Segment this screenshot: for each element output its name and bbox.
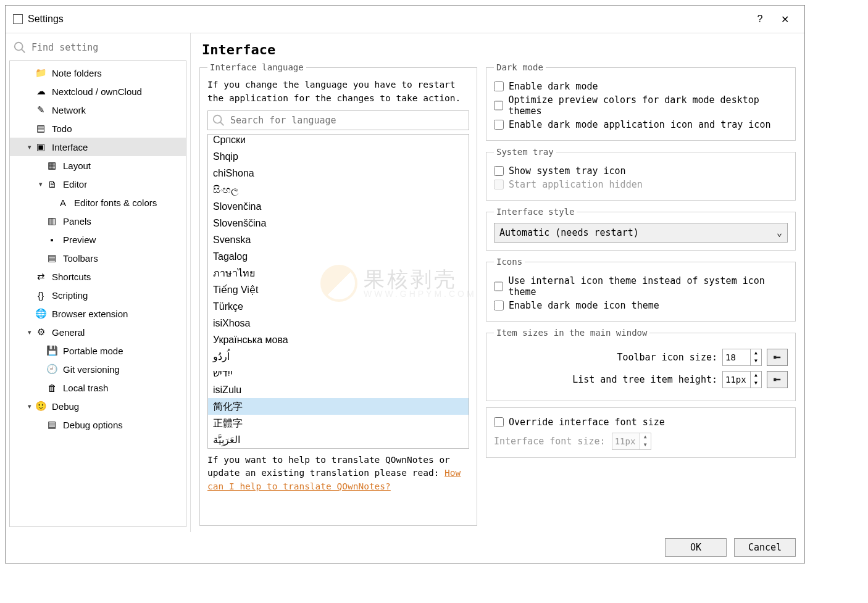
language-option[interactable]: العَرَبِيَّة bbox=[208, 431, 469, 448]
tree-item-label: Note folders bbox=[52, 68, 102, 78]
tree-item-label: Editor fonts & colors bbox=[74, 198, 157, 208]
icons-legend: Icons bbox=[494, 257, 525, 267]
language-option[interactable]: chiShona bbox=[208, 165, 469, 181]
list-height-spinner[interactable]: ▲▼ bbox=[722, 371, 762, 388]
tree-item-portable-mode[interactable]: 💾Portable mode bbox=[10, 341, 186, 360]
svg-rect-4 bbox=[774, 356, 775, 359]
language-option[interactable]: isiXhosa bbox=[208, 315, 469, 331]
language-option[interactable]: ייִדיש bbox=[208, 365, 469, 381]
interface-style-select[interactable]: Automatic (needs restart) ⌄ bbox=[494, 223, 788, 243]
list-height-reset[interactable] bbox=[767, 371, 788, 388]
tree-item-label: Nextcloud / ownCloud bbox=[52, 86, 142, 97]
portable-icon: 💾 bbox=[46, 345, 58, 356]
page-title: Interface bbox=[202, 42, 796, 57]
show-tray-checkbox[interactable] bbox=[494, 166, 504, 176]
language-option[interactable]: Tagalog bbox=[208, 248, 469, 265]
tree-item-browser-extension[interactable]: 🌐Browser extension bbox=[10, 304, 186, 323]
font-icon: A bbox=[57, 198, 69, 208]
settings-tree[interactable]: 📁Note folders☁Nextcloud / ownCloud✎Netwo… bbox=[9, 60, 186, 527]
optimize-preview-checkbox[interactable] bbox=[494, 101, 503, 110]
tree-item-label: Toolbars bbox=[63, 253, 98, 264]
language-option[interactable]: Tiếng Việt bbox=[208, 281, 469, 298]
svg-point-2 bbox=[214, 115, 222, 123]
list-height-label: List and tree item height: bbox=[494, 374, 717, 385]
language-option[interactable]: ภาษาไทย bbox=[208, 265, 469, 281]
language-option[interactable]: Українська мова bbox=[208, 331, 469, 348]
tree-item-label: Panels bbox=[63, 216, 91, 227]
toolbar-size-spinner[interactable]: ▲▼ bbox=[722, 349, 762, 366]
tray-legend: System tray bbox=[494, 147, 556, 157]
search-icon bbox=[212, 114, 225, 127]
tree-item-debug[interactable]: ▾🙂Debug bbox=[10, 397, 186, 415]
tree-item-label: Browser extension bbox=[52, 309, 128, 319]
caret-icon: ▾ bbox=[25, 143, 35, 151]
toolbar-size-reset[interactable] bbox=[767, 349, 788, 366]
tree-item-network[interactable]: ✎Network bbox=[10, 101, 186, 119]
tree-item-local-trash[interactable]: 🗑Local trash bbox=[10, 378, 186, 397]
language-list[interactable]: русскийСрпскиShqipchiShonaසිංහලSlovenčin… bbox=[207, 134, 469, 449]
tree-item-todo[interactable]: ▤Todo bbox=[10, 119, 186, 138]
tree-item-layout[interactable]: ▦Layout bbox=[10, 156, 186, 175]
start-hidden-checkbox bbox=[494, 180, 504, 189]
tree-item-editor[interactable]: ▾🗎Editor bbox=[10, 175, 186, 193]
svg-line-3 bbox=[220, 122, 224, 125]
lang-legend: Interface language bbox=[207, 62, 306, 72]
language-option[interactable]: Türkçe bbox=[208, 298, 469, 315]
tree-item-toolbars[interactable]: ▤Toolbars bbox=[10, 249, 186, 267]
spin-up[interactable]: ▲ bbox=[751, 372, 761, 380]
close-button[interactable]: ✕ bbox=[772, 10, 797, 28]
help-button[interactable]: ? bbox=[748, 10, 772, 28]
list-icon: ▤ bbox=[35, 123, 47, 134]
cancel-button[interactable]: Cancel bbox=[734, 538, 796, 557]
window-icon: ▣ bbox=[35, 141, 47, 152]
language-option[interactable]: Slovenčina bbox=[208, 198, 469, 215]
shortcut-icon: ⇄ bbox=[35, 271, 47, 282]
language-option[interactable]: Shqip bbox=[208, 148, 469, 165]
tree-item-label: Layout bbox=[63, 160, 91, 171]
tree-item-scripting[interactable]: {}Scripting bbox=[10, 286, 186, 304]
spin-down[interactable]: ▼ bbox=[751, 357, 761, 365]
tree-item-preview[interactable]: ▪Preview bbox=[10, 230, 186, 249]
sizes-legend: Item sizes in the main window bbox=[494, 328, 649, 338]
tree-item-editor-fonts-colors[interactable]: AEditor fonts & colors bbox=[10, 193, 186, 212]
language-option[interactable]: Српски bbox=[208, 134, 469, 148]
language-option[interactable]: සිංහල bbox=[208, 181, 469, 198]
tree-item-shortcuts[interactable]: ⇄Shortcuts bbox=[10, 267, 186, 286]
ok-button[interactable]: OK bbox=[665, 538, 727, 557]
spin-down[interactable]: ▼ bbox=[751, 380, 761, 388]
cloud-icon: ☁ bbox=[35, 86, 47, 97]
tree-item-label: Portable mode bbox=[63, 346, 123, 356]
internal-icon-theme-checkbox[interactable] bbox=[494, 281, 503, 291]
enable-dark-mode-checkbox[interactable] bbox=[494, 81, 504, 91]
tree-item-git-versioning[interactable]: 🕘Git versioning bbox=[10, 360, 186, 378]
brush-icon: ✎ bbox=[35, 104, 47, 115]
tree-item-label: Debug options bbox=[63, 420, 123, 430]
dark-icon-checkbox[interactable] bbox=[494, 120, 504, 130]
spin-up[interactable]: ▲ bbox=[751, 349, 761, 357]
language-option[interactable]: Svenska bbox=[208, 231, 469, 248]
lang-search-input[interactable] bbox=[230, 115, 465, 126]
toolbar-size-label: Toolbar icon size: bbox=[494, 352, 717, 363]
translate-help: If you want to help to translate QOwnNot… bbox=[207, 454, 469, 494]
override-font-checkbox[interactable] bbox=[494, 417, 504, 427]
find-setting-input[interactable] bbox=[31, 42, 183, 53]
folder-icon: 📁 bbox=[35, 67, 47, 78]
tree-item-label: Preview bbox=[63, 235, 96, 245]
tree-item-note-folders[interactable]: 📁Note folders bbox=[10, 64, 186, 82]
tree-item-nextcloud-owncloud[interactable]: ☁Nextcloud / ownCloud bbox=[10, 82, 186, 101]
tree-item-interface[interactable]: ▾▣Interface bbox=[10, 138, 186, 156]
caret-icon: ▾ bbox=[25, 402, 35, 410]
trash-icon: 🗑 bbox=[46, 383, 58, 393]
tree-item-general[interactable]: ▾⚙General bbox=[10, 323, 186, 341]
doc-icon: 🗎 bbox=[46, 179, 58, 189]
language-option[interactable]: 正體字 bbox=[208, 415, 469, 431]
toolbars-icon: ▤ bbox=[46, 252, 58, 264]
language-option[interactable]: Slovenščina bbox=[208, 215, 469, 231]
language-option[interactable]: 简化字 bbox=[208, 398, 469, 415]
tree-item-panels[interactable]: ▥Panels bbox=[10, 212, 186, 230]
language-option[interactable]: اُردُو bbox=[208, 348, 469, 365]
dark-icon-theme-checkbox[interactable] bbox=[494, 301, 504, 310]
tree-item-label: Editor bbox=[63, 179, 87, 189]
language-option[interactable]: isiZulu bbox=[208, 381, 469, 398]
tree-item-debug-options[interactable]: ▤Debug options bbox=[10, 415, 186, 434]
